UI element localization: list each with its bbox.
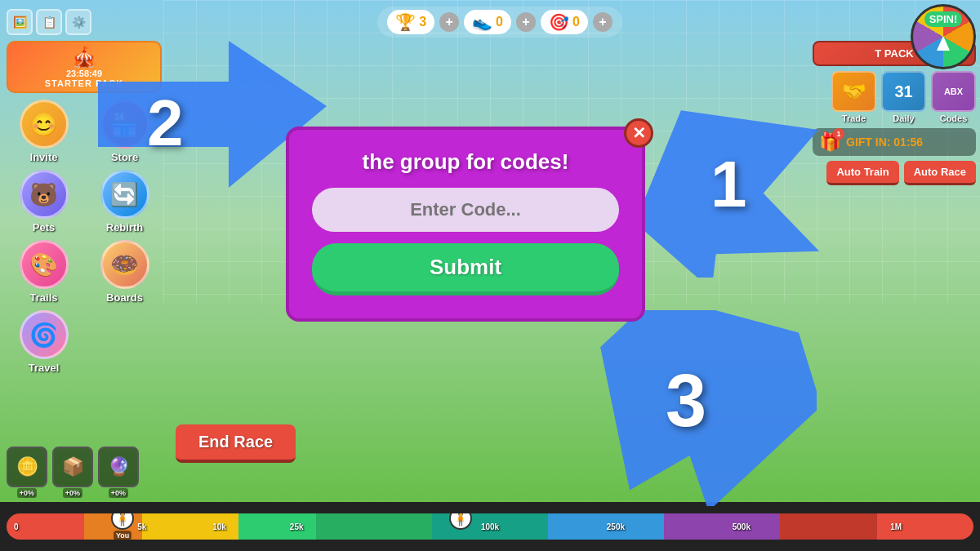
- left-sidebar: 🎪 23:58:49 STARTER PACK 😊 Invite 🏪 Store…: [7, 41, 162, 374]
- auto-race-button[interactable]: Auto Race: [904, 161, 976, 185]
- daily-icon: 31: [881, 71, 926, 112]
- spin-button[interactable]: SPIN!: [911, 4, 976, 69]
- sneaker-plus-btn[interactable]: +: [516, 12, 536, 32]
- npc-marker: 🧍: [449, 513, 472, 530]
- gift-badge: 1: [833, 128, 844, 140]
- progress-bar-container: 0 5k 10k 25k 100k 250k 500k 1M 🧍 You 🧍: [0, 502, 980, 551]
- target-value: 0: [572, 15, 580, 29]
- milestone-5k: 5k: [137, 522, 146, 531]
- top-left-icons: 🖼️ 📋 ⚙️: [7, 9, 91, 35]
- code-modal: ✕ the group for codes! Submit: [286, 127, 645, 322]
- pets-button[interactable]: 🐻 Pets: [7, 170, 81, 233]
- segment-purple: [664, 513, 780, 540]
- auto-action-buttons: Auto Train Auto Race: [813, 161, 976, 185]
- starter-pack-label: STARTER PACK: [15, 78, 154, 88]
- top-bar: 🖼️ 📋 ⚙️ 🏆 3 + 👟 0 + 🎯 0 +: [0, 7, 980, 38]
- starter-pack-icon: 🎪: [15, 46, 154, 69]
- spin-arrow-indicator: [937, 36, 950, 51]
- trails-button[interactable]: 🎨 Trails: [7, 240, 81, 304]
- rebirth-button[interactable]: 🔄 Rebirth: [87, 170, 162, 233]
- sneaker-counter: 👟 0: [464, 10, 511, 34]
- daily-button[interactable]: 31 Daily: [881, 71, 926, 123]
- milestone-100k: 100k: [481, 522, 499, 531]
- target-icon: 🎯: [549, 12, 569, 32]
- sidebar-grid: 😊 Invite 🏪 Store 🐻 Pets 🔄 Rebirth 🎨 Trai…: [7, 100, 162, 374]
- pets-label: Pets: [33, 221, 55, 233]
- boards-icon: 🍩: [100, 240, 149, 289]
- orb-label: +0%: [109, 488, 128, 498]
- trails-label: Trails: [30, 291, 58, 304]
- submit-button[interactable]: Submit: [312, 243, 619, 295]
- clipboard-icon[interactable]: 📋: [36, 9, 62, 35]
- trade-label: Trade: [842, 113, 866, 123]
- coins-label: +0%: [17, 488, 37, 498]
- trophy-icon: 🏆: [395, 12, 416, 32]
- milestone-250k: 250k: [607, 522, 625, 531]
- chest-icon-btn[interactable]: 📦 +0%: [52, 447, 93, 498]
- screenshot-icon[interactable]: 🖼️: [7, 9, 33, 35]
- player-label: You: [114, 531, 131, 540]
- segment-dark-red: [780, 513, 876, 540]
- code-input[interactable]: [312, 188, 619, 232]
- orb-icon: 🔮: [98, 447, 139, 487]
- travel-label: Travel: [29, 362, 60, 374]
- codes-abbr: ABX: [944, 87, 963, 96]
- daily-number: 31: [894, 82, 912, 101]
- progress-track: 0 5k 10k 25k 100k 250k 500k 1M 🧍 You 🧍: [7, 513, 973, 540]
- target-counter: 🎯 0: [541, 10, 588, 34]
- modal-close-button[interactable]: ✕: [624, 118, 653, 148]
- segment-green: [316, 513, 432, 540]
- pets-icon: 🐻: [20, 170, 69, 219]
- trophy-counter: 🏆 3: [387, 10, 434, 34]
- bottom-left-icons: 🪙 +0% 📦 +0% 🔮 +0%: [7, 447, 139, 498]
- trophy-plus-btn[interactable]: +: [439, 12, 459, 32]
- starter-pack-button[interactable]: 🎪 23:58:49 STARTER PACK: [7, 41, 162, 93]
- modal-title: the group for codes!: [312, 149, 619, 175]
- right-icons-row: 🤝 Trade 31 Daily ABX Codes: [813, 71, 976, 123]
- settings-icon[interactable]: ⚙️: [65, 9, 91, 35]
- milestone-500k: 500k: [733, 522, 751, 531]
- coins-icon-btn[interactable]: 🪙 +0%: [7, 447, 47, 498]
- milestone-25k: 25k: [290, 522, 304, 531]
- end-race-button[interactable]: End Race: [176, 424, 296, 463]
- daily-label: Daily: [893, 113, 914, 123]
- rebirth-icon: 🔄: [100, 170, 149, 219]
- gift-timer: GIFT IN: 01:56: [846, 136, 923, 149]
- orb-icon-btn[interactable]: 🔮 +0%: [98, 447, 139, 498]
- boards-label: Boards: [106, 291, 143, 304]
- gift-icon-container: 🎁 1: [819, 131, 841, 153]
- invite-icon: 😊: [20, 100, 69, 149]
- auto-train-button[interactable]: Auto Train: [826, 161, 898, 185]
- npc-icon: 🧍: [449, 513, 472, 530]
- store-button[interactable]: 🏪 Store: [87, 100, 162, 163]
- invite-button[interactable]: 😊 Invite: [7, 100, 81, 163]
- starter-timer: 23:58:49: [15, 69, 154, 78]
- segment-green-light: [238, 513, 316, 540]
- codes-label: Codes: [940, 113, 968, 123]
- spin-wheel[interactable]: SPIN!: [911, 4, 976, 69]
- rebirth-label: Rebirth: [106, 221, 144, 233]
- invite-label: Invite: [30, 151, 58, 163]
- chest-label: +0%: [63, 488, 82, 498]
- player-icon: 🧍: [111, 513, 134, 530]
- codes-icon: ABX: [931, 71, 976, 112]
- chest-icon: 📦: [52, 447, 93, 487]
- travel-icon: 🌀: [20, 310, 69, 359]
- trophy-value: 3: [419, 15, 426, 29]
- travel-button[interactable]: 🌀 Travel: [7, 310, 81, 374]
- sneaker-value: 0: [496, 15, 503, 29]
- top-counters: 🏆 3 + 👟 0 + 🎯 0 +: [377, 7, 622, 38]
- spin-label: SPIN!: [924, 11, 963, 27]
- trade-button[interactable]: 🤝 Trade: [831, 71, 876, 123]
- sneaker-icon: 👟: [472, 12, 492, 32]
- boards-button[interactable]: 🍩 Boards: [87, 240, 162, 304]
- store-icon: 🏪: [100, 100, 149, 149]
- target-plus-btn[interactable]: +: [593, 12, 612, 32]
- gift-bar[interactable]: 🎁 1 GIFT IN: 01:56: [813, 128, 976, 156]
- milestone-10k: 10k: [212, 522, 226, 531]
- coins-icon: 🪙: [7, 447, 47, 487]
- milestone-1m: 1M: [890, 522, 902, 531]
- player-marker: 🧍 You: [111, 513, 134, 540]
- trails-icon: 🎨: [20, 240, 69, 289]
- codes-button[interactable]: ABX Codes: [931, 71, 976, 123]
